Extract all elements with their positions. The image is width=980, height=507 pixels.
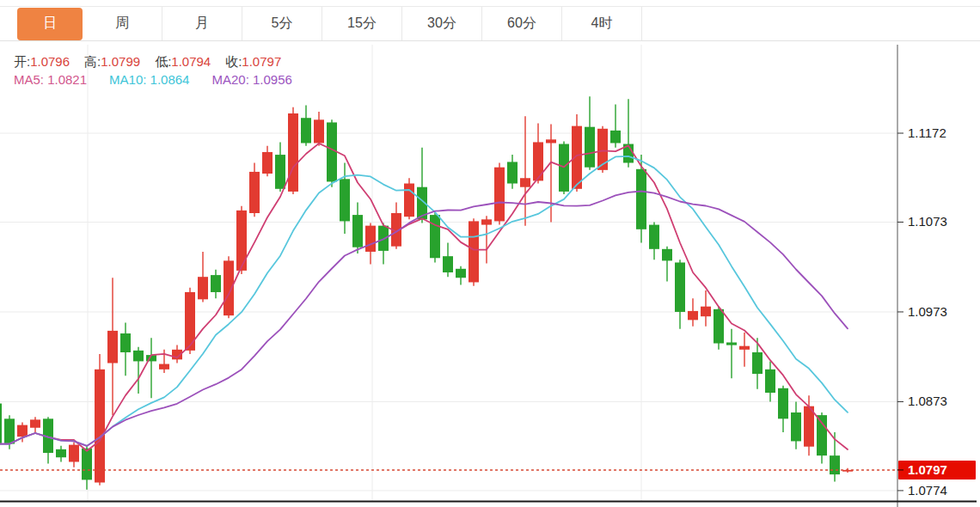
candle-body	[791, 412, 801, 441]
candle-body	[765, 370, 775, 393]
chart-legend: 开:1.0796高:1.0799低:1.0794收:1.0797 MA5: 1.…	[14, 52, 315, 89]
candle-body	[301, 118, 311, 143]
ohlc-label: 开:	[14, 54, 30, 69]
tab-30min[interactable]: 30分	[402, 7, 482, 40]
candle-body	[688, 311, 698, 320]
tab-day[interactable]: 日	[17, 8, 83, 40]
candle-layer	[0, 96, 853, 490]
candle-body	[714, 309, 724, 344]
candle-body	[69, 445, 79, 462]
candle-body	[430, 215, 440, 258]
candle-body	[404, 184, 414, 217]
ohlc-value: 1.0797	[242, 54, 281, 69]
candle-body	[636, 169, 646, 229]
candle-body	[314, 119, 324, 143]
candle-body	[649, 225, 659, 249]
candle-body	[572, 126, 582, 189]
candle-body	[56, 449, 66, 457]
tab-5min[interactable]: 5分	[242, 7, 322, 40]
candle-body	[30, 419, 40, 427]
candle-body	[443, 256, 453, 272]
candle-body	[752, 352, 763, 374]
candle-body	[817, 415, 827, 455]
candle-body	[830, 455, 840, 474]
candle-body	[469, 221, 479, 282]
ma-value: MA5: 1.0821	[14, 72, 87, 87]
price-axis-labels: 1.11721.10731.09731.08731.0774	[897, 125, 947, 498]
tab-60min[interactable]: 60分	[482, 7, 562, 40]
candle-body	[211, 275, 221, 292]
candle-body	[533, 142, 543, 180]
candle-body	[546, 139, 556, 143]
candle-body	[288, 113, 298, 192]
candle-body	[4, 418, 15, 443]
ma-value: MA20: 1.0956	[211, 72, 291, 87]
ohlc-value: 1.0794	[171, 54, 211, 69]
ohlc-value: 1.0796	[30, 54, 70, 69]
tab-month[interactable]: 月	[162, 7, 242, 40]
candle-body	[133, 351, 144, 362]
price-axis-label: 1.1172	[908, 125, 946, 140]
candle-body	[159, 364, 169, 370]
candle-body	[352, 215, 363, 247]
price-axis-label: 1.0873	[908, 394, 947, 408]
candle-body	[739, 346, 750, 350]
interval-tabbar: 日周月5分15分30分60分4时	[0, 6, 980, 41]
grid-layer	[0, 45, 897, 501]
candle-body	[262, 152, 273, 174]
candle-body	[365, 226, 376, 252]
candle-body	[662, 249, 672, 261]
candle-body	[494, 168, 505, 222]
ohlc-label: 收:	[225, 54, 242, 69]
price-axis-label: 1.0774	[908, 483, 947, 498]
candle-body	[610, 131, 621, 144]
ohlc-label: 低:	[155, 54, 171, 69]
candle-body	[520, 178, 530, 186]
candle-body	[559, 144, 569, 192]
candle-body	[726, 342, 737, 345]
candle-body	[456, 269, 466, 278]
ohlc-label: 高:	[84, 54, 101, 69]
ohlc-readout: 开:1.0796高:1.0799低:1.0794收:1.0797	[14, 52, 315, 70]
candle-body	[236, 211, 247, 271]
last-price-label: 1.0797	[908, 462, 947, 477]
tab-4hour[interactable]: 4时	[562, 7, 642, 40]
candle-body	[327, 122, 337, 181]
candle-body	[17, 425, 28, 437]
candle-body	[275, 155, 285, 189]
candle-body	[507, 162, 518, 183]
candle-body	[82, 449, 92, 480]
candle-body	[107, 331, 118, 363]
candle-body	[0, 404, 2, 444]
candle-body	[249, 172, 260, 213]
candle-body	[778, 388, 788, 419]
candle-body	[701, 307, 711, 316]
price-axis-label: 1.0973	[908, 304, 947, 319]
ma-readout: MA5: 1.0821MA10: 1.0864MA20: 1.0956	[14, 70, 315, 89]
candle-body	[481, 219, 492, 224]
tab-15min[interactable]: 15分	[322, 7, 402, 40]
candle-body	[120, 333, 131, 352]
ma-value: MA10: 1.0864	[109, 72, 189, 87]
tab-week[interactable]: 周	[83, 7, 162, 40]
candle-body	[378, 226, 389, 251]
candle-body	[340, 179, 350, 221]
ohlc-value: 1.0799	[101, 54, 140, 69]
candle-body	[95, 370, 105, 483]
price-axis-label: 1.1073	[908, 214, 947, 229]
candle-body	[198, 277, 208, 299]
candlestick-chart-app: 1.11721.10731.09731.08731.0774 1.0797 日周…	[0, 0, 980, 507]
candle-body	[585, 127, 595, 168]
candle-body	[675, 262, 685, 311]
